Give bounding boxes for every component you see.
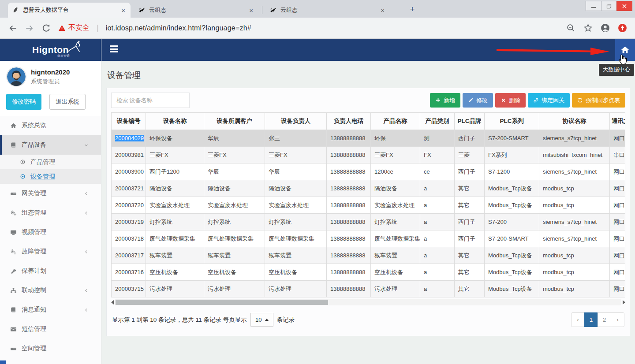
pager-page-1-button[interactable]: 1 [584, 312, 598, 327]
tab-close-icon[interactable]: × [120, 7, 126, 14]
scrollbar-thumb[interactable] [116, 300, 328, 305]
table-row[interactable]: 200003715污水处理污水处理污水处理13888888888污水处理a其它M… [112, 281, 625, 297]
sidebar-item-config-mgmt[interactable]: 组态管理 [0, 203, 101, 223]
browser-tab-1[interactable]: 思普云大数据平台 × [8, 3, 131, 18]
scroll-left-icon[interactable] [111, 300, 114, 305]
profile-avatar-icon[interactable] [601, 23, 610, 33]
table-cell: Modbus_Tcp设备 [485, 281, 539, 297]
column-header[interactable]: 通讯方式 [610, 113, 625, 130]
edit-button[interactable]: 修改 [463, 93, 493, 108]
pager-page-2-button[interactable]: 2 [598, 312, 611, 327]
reload-icon[interactable] [41, 23, 51, 33]
column-header[interactable]: 负责人电话 [327, 113, 371, 130]
button-label: 删除 [509, 97, 520, 104]
zoom-out-icon[interactable] [566, 23, 575, 33]
delete-button[interactable]: 删除 [495, 93, 526, 108]
search-input[interactable] [111, 93, 190, 108]
pagination-info: 显示第 1 到第 10 条记录，总共 11 条记录 每页显示 10 条记录 [112, 313, 295, 327]
url-text[interactable]: iot.idosp.net/admin/index.html?language=… [106, 24, 251, 32]
user-avatar[interactable] [6, 67, 26, 87]
table-cell: S7-1200 [485, 163, 539, 180]
column-header[interactable]: 设备负责人 [265, 113, 327, 130]
sidebar-item-label: 产品设备 [22, 141, 46, 149]
sidebar-item-product-device[interactable]: 产品设备 [0, 135, 101, 155]
pagination-info-text: 显示第 1 到第 10 条记录，总共 11 条记录 每页显示 [112, 316, 247, 324]
table-row[interactable]: 200003981三菱FX三菱FX三菱FX13888888888三菱FXFX三菱… [112, 147, 625, 163]
sidebar-item-space-mgmt[interactable]: 空间管理 [0, 339, 101, 358]
force-sync-button[interactable]: 强制同步点表 [572, 93, 625, 108]
sidebar-item-linkage-control[interactable]: 联动控制 [0, 281, 101, 300]
browser-tab-2[interactable]: 云组态 × [134, 3, 258, 18]
new-tab-button[interactable]: + [407, 4, 418, 15]
column-header[interactable]: 产品类别 [420, 113, 455, 130]
home-icon [10, 123, 17, 129]
sidebar-item-label: 组态管理 [22, 209, 46, 217]
brand-logo[interactable]: Hignton 华辰智通 [0, 39, 101, 61]
table-row[interactable]: 200004029环保设备华辰张三13888888888环保测西门子S7-200… [112, 130, 625, 147]
sidebar-item-product-mgmt[interactable]: 产品管理 [0, 155, 101, 169]
pager-next-button[interactable]: › [611, 312, 624, 327]
sidebar-item-gateway-mgmt[interactable]: 网关管理 [0, 184, 101, 203]
table-cell: 华辰 [204, 163, 265, 180]
change-password-button[interactable]: 修改密码 [6, 94, 41, 110]
hamburger-menu-icon[interactable] [110, 45, 119, 54]
table-row[interactable]: 200003716空压机设备空压机设备空压机设备13888888888空压机设备… [112, 264, 625, 281]
tab-close-icon[interactable]: × [248, 7, 254, 14]
table-cell: 环保设备 [146, 130, 204, 147]
table-cell: 其它 [455, 180, 485, 197]
table-cell: 其它 [455, 197, 485, 214]
table-cell: 200003720 [112, 197, 146, 214]
tab-close-icon[interactable]: × [380, 7, 385, 14]
book-icon [10, 307, 17, 313]
column-header[interactable]: PLC系列 [485, 113, 539, 130]
table-cell: 网口 [610, 230, 625, 247]
page-size-dropdown[interactable]: 10 [250, 313, 273, 327]
sidebar-item-maintenance-plan[interactable]: 保养计划 [0, 261, 101, 281]
horizontal-scrollbar[interactable] [111, 299, 625, 306]
column-header[interactable]: 设备编号 [112, 113, 146, 130]
back-icon[interactable] [8, 23, 18, 33]
window-close-button[interactable] [616, 1, 632, 11]
sidebar-item-overview[interactable]: 系统总览 [0, 116, 101, 135]
table-row[interactable]: 200003720实验室废水处理实验室废水处理实验室废水处理1388888888… [112, 197, 625, 214]
bookmark-star-icon[interactable] [583, 23, 593, 33]
table-row[interactable]: 200003718废气处理数据采集废气处理数据采集废气处理数据采集1388888… [112, 230, 625, 247]
extension-badge-icon[interactable] [618, 23, 627, 33]
table-row[interactable]: 200003900西门子1200华辰华辰138888888881200cece西… [112, 163, 625, 180]
column-header[interactable]: 协议名称 [539, 113, 610, 130]
table-cell: Modbus_Tcp设备 [485, 264, 539, 281]
column-header[interactable]: 设备所属客户 [204, 113, 265, 130]
sidebar-item-device-mgmt[interactable]: 设备管理 [0, 169, 101, 184]
chev-left-icon [83, 191, 89, 197]
table-cell: 隔油设备 [371, 180, 420, 197]
column-header[interactable]: PLC品牌 [455, 113, 485, 130]
device-panel: 新增修改删除绑定网关强制同步点表 设备编号设备名称设备所属客户设备负责人负责人电… [106, 88, 630, 336]
url-separator: | [97, 23, 99, 33]
sidebar-item-video-mgmt[interactable]: 视频管理 [0, 223, 101, 242]
table-row[interactable]: 200003721隔油设备隔油设备隔油设备13888888888隔油设备a其它M… [112, 180, 625, 197]
column-header[interactable]: 产品名称 [371, 113, 420, 130]
scroll-right-icon[interactable] [623, 300, 625, 305]
scrollbar-track[interactable] [115, 299, 621, 305]
table-row[interactable]: 200003717猴车装置猴车装置猴车装置13888888888猴车装置a其它M… [112, 247, 625, 264]
table-cell: mitsubishi_fxcom_hinet [539, 147, 610, 163]
browser-tab-3[interactable]: 云组态 × [265, 3, 390, 18]
sidebar-item-message-notice[interactable]: 消息通知 [0, 300, 101, 319]
column-header[interactable]: 设备名称 [146, 113, 204, 130]
security-warning[interactable]: 不安全 [58, 23, 90, 33]
logout-button[interactable]: 退出系统 [49, 94, 86, 110]
window-minimize-button[interactable] [586, 1, 601, 11]
sidebar-item-fault-mgmt[interactable]: 故障管理 [0, 242, 101, 261]
sidebar-item-sms-mgmt[interactable]: 短信管理 [0, 319, 101, 339]
add-button[interactable]: 新增 [430, 93, 460, 108]
pager-prev-button[interactable]: ‹ [571, 312, 585, 327]
window-restore-button[interactable] [601, 1, 617, 11]
table-cell: siemens_s7tcp_hinet [539, 130, 610, 147]
table-cell: siemens_s7tcp_hinet [539, 214, 610, 230]
bind-gateway-button[interactable]: 绑定网关 [528, 93, 570, 108]
table-cell: 猴车装置 [265, 247, 327, 264]
table-cell: 西门子 [455, 130, 485, 147]
table-row[interactable]: 200003719灯控系统灯控系统灯控系统13888888888灯控系统a西门子… [112, 214, 625, 230]
table-cell: 13888888888 [327, 180, 371, 197]
forward-icon[interactable] [25, 23, 34, 33]
